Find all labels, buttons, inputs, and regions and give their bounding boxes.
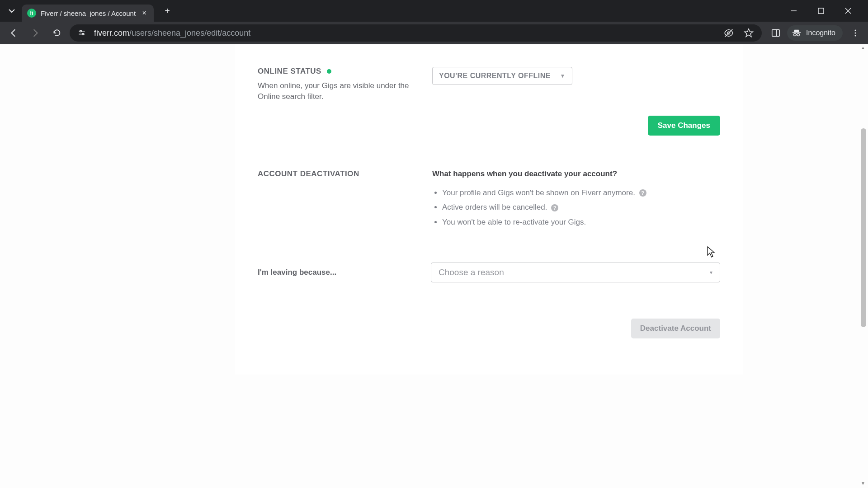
window-controls [785, 3, 864, 19]
deactivation-info-section: ACCOUNT DEACTIVATION What happens when y… [258, 169, 720, 245]
deactivate-account-button: Deactivate Account [631, 319, 720, 338]
svg-point-17 [855, 33, 856, 34]
tab-close-button[interactable]: × [140, 9, 148, 17]
deactivation-item-text: Your profile and Gigs won't be shown on … [442, 188, 635, 197]
account-settings-card: ONLINE STATUS When online, your Gigs are… [235, 44, 743, 375]
reload-button[interactable] [48, 24, 66, 42]
nav-forward-button[interactable] [26, 24, 44, 42]
save-row: Save Changes [258, 116, 720, 148]
close-icon [845, 8, 851, 14]
svg-rect-1 [818, 8, 824, 14]
online-status-section: ONLINE STATUS When online, your Gigs are… [258, 67, 720, 116]
online-status-heading-text: ONLINE STATUS [258, 67, 321, 76]
scroll-up-arrow-icon[interactable]: ▲ [860, 45, 866, 52]
incognito-icon [792, 28, 802, 38]
leaving-reason-section: I'm leaving because... Choose a reason ▾ [258, 263, 720, 296]
reload-icon [52, 28, 62, 38]
svg-point-6 [80, 30, 82, 32]
chevron-down-icon: ▼ [560, 73, 566, 79]
online-status-select[interactable]: YOU'RE CURRENTLY OFFLINE ▼ [432, 67, 572, 85]
info-icon[interactable]: ? [639, 189, 646, 197]
deactivation-heading: ACCOUNT DEACTIVATION [258, 169, 414, 178]
leaving-reason-select[interactable]: Choose a reason ▾ [431, 263, 720, 282]
deactivation-info-list: Your profile and Gigs won't be shown on … [432, 187, 720, 230]
privacy-eye-button[interactable] [722, 26, 736, 40]
minimize-button[interactable] [785, 3, 803, 19]
online-status-dot-icon [327, 69, 331, 74]
eye-off-icon [724, 28, 734, 38]
chevron-down-icon: ▾ [710, 269, 712, 276]
svg-point-16 [855, 30, 856, 31]
close-window-button[interactable] [839, 3, 857, 19]
chevron-down-icon [8, 7, 15, 14]
url-text: fiverr.com/users/sheena_jones/edit/accou… [94, 28, 716, 38]
deactivate-row: Deactivate Account [258, 319, 720, 338]
bookmark-button[interactable] [742, 26, 755, 40]
browser-tab-active[interactable]: fi Fiverr / sheena_jones / Account × [22, 5, 154, 22]
online-status-heading: ONLINE STATUS [258, 67, 414, 76]
incognito-label: Incognito [806, 29, 835, 37]
scroll-down-arrow-icon[interactable]: ▼ [860, 481, 866, 487]
favicon-fiverr: fi [27, 9, 36, 18]
url-field[interactable]: fiverr.com/users/sheena_jones/edit/accou… [70, 24, 762, 42]
deactivation-info-item: You won't be able to re-activate your Gi… [442, 216, 720, 229]
tab-bar: fi Fiverr / sheena_jones / Account × + [0, 0, 868, 22]
svg-point-18 [855, 35, 856, 37]
arrow-right-icon [30, 28, 40, 38]
deactivation-item-text: Active orders will be cancelled. [442, 203, 547, 211]
svg-rect-10 [772, 30, 780, 37]
arrow-left-icon [9, 28, 19, 38]
nav-back-button[interactable] [5, 24, 23, 42]
maximize-button[interactable] [812, 3, 830, 19]
leaving-reason-label: I'm leaving because... [258, 268, 413, 277]
deactivation-info-item: Active orders will be cancelled. ? [442, 201, 720, 214]
incognito-badge[interactable]: Incognito [787, 25, 843, 41]
tune-icon [77, 28, 86, 38]
scrollbar-track[interactable]: ▲ ▼ [861, 44, 867, 488]
browser-chrome: fi Fiverr / sheena_jones / Account × + [0, 0, 868, 44]
page-viewport: ONLINE STATUS When online, your Gigs are… [0, 44, 868, 488]
maximize-icon [818, 8, 824, 14]
info-icon[interactable]: ? [551, 204, 558, 211]
dots-vertical-icon [851, 29, 859, 37]
chrome-menu-button[interactable] [847, 25, 863, 41]
deactivation-info-item: Your profile and Gigs won't be shown on … [442, 187, 720, 200]
deactivation-item-text: You won't be able to re-activate your Gi… [442, 218, 586, 226]
address-bar: fiverr.com/users/sheena_jones/edit/accou… [0, 22, 868, 44]
online-status-selected-value: YOU'RE CURRENTLY OFFLINE [439, 72, 551, 80]
tab-title: Fiverr / sheena_jones / Account [41, 9, 136, 17]
svg-point-14 [797, 33, 800, 36]
url-domain: fiverr.com [94, 28, 129, 38]
section-divider [258, 153, 720, 153]
minimize-icon [791, 8, 797, 14]
new-tab-button[interactable]: + [160, 4, 175, 18]
deactivation-info-title: What happens when you deactivate your ac… [432, 169, 720, 178]
panel-icon [771, 28, 781, 38]
scrollbar-thumb[interactable] [861, 128, 866, 327]
star-icon [744, 28, 754, 38]
online-status-subtext: When online, your Gigs are visible under… [258, 80, 414, 102]
leaving-reason-placeholder: Choose a reason [439, 267, 504, 277]
svg-point-7 [82, 33, 84, 35]
side-panel-button[interactable] [769, 26, 783, 40]
save-changes-button[interactable]: Save Changes [648, 116, 720, 136]
url-path: /users/sheena_jones/edit/account [129, 28, 250, 38]
svg-point-13 [794, 33, 797, 36]
tab-search-dropdown[interactable] [4, 3, 20, 19]
site-info-button[interactable] [76, 27, 88, 39]
